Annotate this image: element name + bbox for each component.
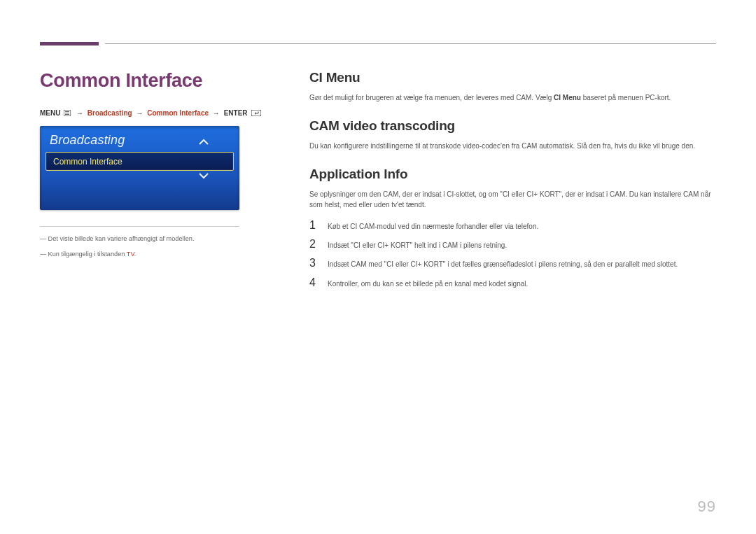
step-2: 2 Indsæt "CI eller CI+ KORT" helt ind i … xyxy=(309,237,716,251)
breadcrumb-arrow-2: → xyxy=(136,109,143,117)
tv-menu-item-common-interface[interactable]: Common Interface xyxy=(46,152,234,171)
top-accent-bar xyxy=(40,42,99,45)
note-dash-1: ― xyxy=(40,235,46,244)
app-info-title: Application Info xyxy=(309,167,716,182)
breadcrumb-menu: MENU xyxy=(40,109,60,117)
note-model-varies: ― Det viste billede kan variere afhængig… xyxy=(40,235,194,244)
content-column: CI Menu Gør det muligt for brugeren at v… xyxy=(309,70,716,289)
breadcrumb-common-interface: Common Interface xyxy=(147,109,209,117)
breadcrumb: MENU → Broadcasting → Common Interface →… xyxy=(40,109,261,118)
section-ci-menu: CI Menu Gør det muligt for brugeren at v… xyxy=(309,70,716,103)
ci-menu-body-pre: Gør det muligt for brugeren at vælge fra… xyxy=(309,94,554,101)
step-number-3: 3 xyxy=(309,256,328,269)
ci-menu-body: Gør det muligt for brugeren at vælge fra… xyxy=(309,92,716,103)
cam-body: Du kan konfigurere indstillingerne til a… xyxy=(309,141,716,151)
ci-menu-body-post: baseret på menuen PC-kort. xyxy=(581,94,671,101)
breadcrumb-enter: ENTER xyxy=(224,109,248,117)
section-cam-transcoding: CAM video transcoding Du kan konfigurere… xyxy=(309,118,716,151)
step-number-4: 4 xyxy=(309,276,328,289)
chevron-up-icon[interactable] xyxy=(193,137,214,147)
step-number-1: 1 xyxy=(309,218,328,232)
app-info-body: Se oplysninger om den CAM, der er indsat… xyxy=(309,189,716,210)
step-text-3: Indsæt CAM med "CI eller CI+ KORT" i det… xyxy=(328,256,678,269)
step-3: 3 Indsæt CAM med "CI eller CI+ KORT" i d… xyxy=(309,256,716,269)
enter-icon xyxy=(251,110,261,118)
note-text-2b: . xyxy=(134,251,136,258)
step-4: 4 Kontroller, om du kan se et billede på… xyxy=(309,276,716,289)
ci-menu-body-bold: CI Menu xyxy=(554,94,581,101)
step-number-2: 2 xyxy=(309,237,328,251)
breadcrumb-broadcasting: Broadcasting xyxy=(88,109,132,117)
step-text-2: Indsæt "CI eller CI+ KORT" helt ind i CA… xyxy=(328,237,507,251)
chevron-down-icon[interactable] xyxy=(193,171,214,181)
top-divider xyxy=(105,43,716,44)
page-title: Common Interface xyxy=(40,70,202,92)
section-application-info: Application Info Se oplysninger om den C… xyxy=(309,167,716,289)
step-text-1: Køb et CI CAM-modul ved din nærmeste for… xyxy=(328,218,538,232)
svg-rect-4 xyxy=(251,110,261,116)
note-dash-2: ― xyxy=(40,251,46,259)
note-text-2a: Kun tilgængelig i tilstanden xyxy=(48,251,127,258)
step-1: 1 Køb et CI CAM-modul ved din nærmeste f… xyxy=(309,218,716,232)
note-text-1: Det viste billede kan variere afhængigt … xyxy=(48,235,195,242)
menu-icon xyxy=(64,110,71,118)
cam-title: CAM video transcoding xyxy=(309,118,716,134)
note-tv-mode: ― Kun tilgængelig i tilstanden TV. xyxy=(40,251,136,259)
note-tv-highlight: TV xyxy=(127,251,134,258)
ci-menu-title: CI Menu xyxy=(309,70,716,85)
tv-menu-panel: Broadcasting Common Interface xyxy=(40,126,239,210)
breadcrumb-arrow-3: → xyxy=(213,109,220,117)
page-number: 99 xyxy=(698,498,716,516)
breadcrumb-arrow-1: → xyxy=(76,109,83,117)
notes-divider xyxy=(40,226,239,227)
step-text-4: Kontroller, om du kan se et billede på e… xyxy=(328,276,528,289)
app-info-steps: 1 Køb et CI CAM-modul ved din nærmeste f… xyxy=(309,218,716,289)
